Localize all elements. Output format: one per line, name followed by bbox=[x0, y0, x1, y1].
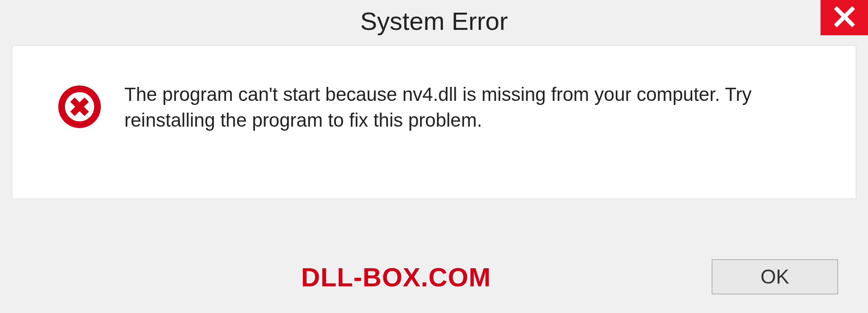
window-title: System Error bbox=[360, 6, 508, 36]
dialog-footer: DLL-BOX.COM OK bbox=[12, 250, 856, 304]
close-icon bbox=[834, 6, 855, 29]
error-message: The program can't start because nv4.dll … bbox=[124, 82, 829, 133]
close-button[interactable] bbox=[821, 0, 868, 35]
ok-button[interactable]: OK bbox=[712, 259, 838, 294]
dialog-content: The program can't start because nv4.dll … bbox=[12, 45, 856, 199]
title-bar: System Error bbox=[0, 0, 868, 45]
error-icon bbox=[57, 85, 102, 129]
watermark-text: DLL-BOX.COM bbox=[301, 262, 491, 292]
ok-button-label: OK bbox=[760, 266, 789, 288]
